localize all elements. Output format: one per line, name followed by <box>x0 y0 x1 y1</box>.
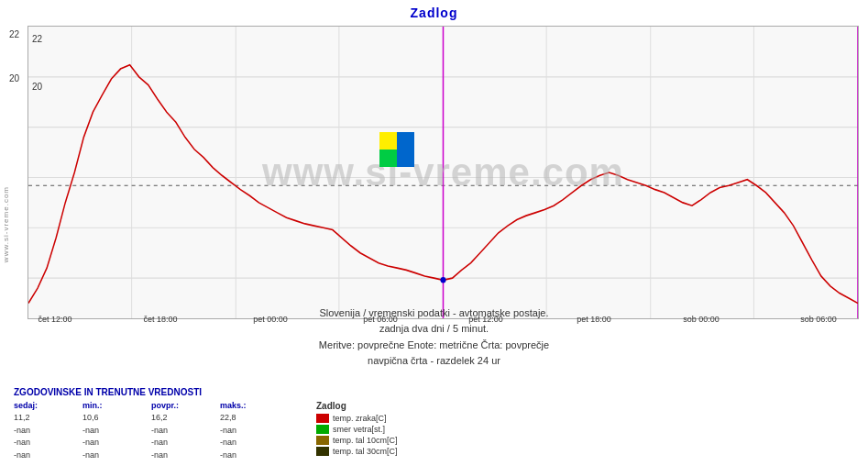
legend-label-0: temp. zraka[C] <box>333 414 387 423</box>
legend-color-3 <box>316 447 329 456</box>
col-values-povpr: 16,2 -nan -nan -nan <box>151 412 215 461</box>
svg-rect-0 <box>379 132 397 150</box>
povpr-row-0: 16,2 <box>151 412 215 425</box>
legend-col-min: min.: 10,6 -nan -nan -nan <box>82 401 147 461</box>
description-area: Slovenija / vremenski podatki - avtomats… <box>0 305 868 370</box>
col-header-povpr: povpr.: <box>151 401 215 410</box>
desc-line-3: Meritve: povprečne Enote: metrične Črta:… <box>0 338 868 354</box>
legend-title: ZGODOVINSKE IN TRENUTNE VREDNOSTI <box>14 387 859 397</box>
povpr-row-1: -nan <box>151 425 215 438</box>
legend-item-3: temp. tal 30cm[C] <box>316 447 398 456</box>
legend-station-items: Zadlog temp. zraka[C] smer vetra[st.] te… <box>316 401 398 461</box>
site-label-left: www.si-vreme.com <box>2 186 10 262</box>
legend-area: ZGODOVINSKE IN TRENUTNE VREDNOSTI sedaj:… <box>14 387 859 461</box>
legend-item-1: smer vetra[st.] <box>316 425 398 434</box>
sedaj-row-2: -nan <box>14 437 78 449</box>
legend-station-name: Zadlog <box>316 401 398 411</box>
y-label-22: 22 <box>32 34 42 44</box>
desc-line-1: Slovenija / vremenski podatki - avtomats… <box>0 305 868 322</box>
svg-rect-4 <box>379 150 397 167</box>
col-values-min: 10,6 -nan -nan -nan <box>82 412 147 461</box>
svg-point-22 <box>440 277 445 283</box>
maks-row-3: -nan <box>220 449 284 462</box>
min-row-0: 10,6 <box>82 412 147 425</box>
chart-container: Zadlog www.si-vreme.com www.si-vreme.com <box>0 0 868 466</box>
legend-col-maks: maks.: 22,8 -nan -nan -nan <box>220 401 284 461</box>
legend-label-1: smer vetra[st.] <box>333 425 385 434</box>
maks-row-2: -nan <box>220 437 284 449</box>
min-row-2: -nan <box>82 437 147 449</box>
min-row-3: -nan <box>82 449 147 462</box>
desc-line-4: navpična črta - razdelek 24 ur <box>0 353 868 370</box>
desc-line-2: zadnja dva dni / 5 minut. <box>0 321 868 338</box>
y-axis-22: 22 <box>9 29 19 39</box>
povpr-row-2: -nan <box>151 437 215 449</box>
chart-area: www.si-vreme.com <box>27 26 859 319</box>
col-values-maks: 22,8 -nan -nan -nan <box>220 412 284 461</box>
maks-row-0: 22,8 <box>220 412 284 425</box>
legend-item-2: temp. tal 10cm[C] <box>316 436 398 445</box>
col-header-sedaj: sedaj: <box>14 401 78 410</box>
legend-color-1 <box>316 425 329 434</box>
sedaj-row-1: -nan <box>14 425 78 438</box>
legend-item-0: temp. zraka[C] <box>316 414 398 423</box>
legend-label-3: temp. tal 30cm[C] <box>333 447 398 456</box>
y-label-20: 20 <box>32 82 42 92</box>
col-values-sedaj: 11,2 -nan -nan -nan <box>14 412 78 461</box>
col-header-min: min.: <box>82 401 147 410</box>
chart-svg <box>28 27 858 318</box>
legend-color-2 <box>316 436 329 445</box>
legend-col-povpr: povpr.: 16,2 -nan -nan -nan <box>151 401 215 461</box>
legend-col-sedaj: sedaj: 11,2 -nan -nan -nan <box>14 401 78 461</box>
legend-items: temp. zraka[C] smer vetra[st.] temp. tal… <box>316 414 398 456</box>
povpr-row-3: -nan <box>151 449 215 462</box>
legend-color-0 <box>316 414 329 423</box>
logo-icon <box>379 132 414 167</box>
sedaj-row-0: 11,2 <box>14 412 78 425</box>
legend-columns: sedaj: 11,2 -nan -nan -nan min.: 10,6 -n… <box>14 401 859 461</box>
chart-title: Zadlog <box>0 0 868 20</box>
col-header-maks: maks.: <box>220 401 284 410</box>
legend-label-2: temp. tal 10cm[C] <box>333 436 398 445</box>
y-axis-20: 20 <box>9 73 19 83</box>
maks-row-1: -nan <box>220 425 284 438</box>
min-row-1: -nan <box>82 425 147 438</box>
svg-rect-3 <box>397 132 414 167</box>
sedaj-row-3: -nan <box>14 449 78 462</box>
